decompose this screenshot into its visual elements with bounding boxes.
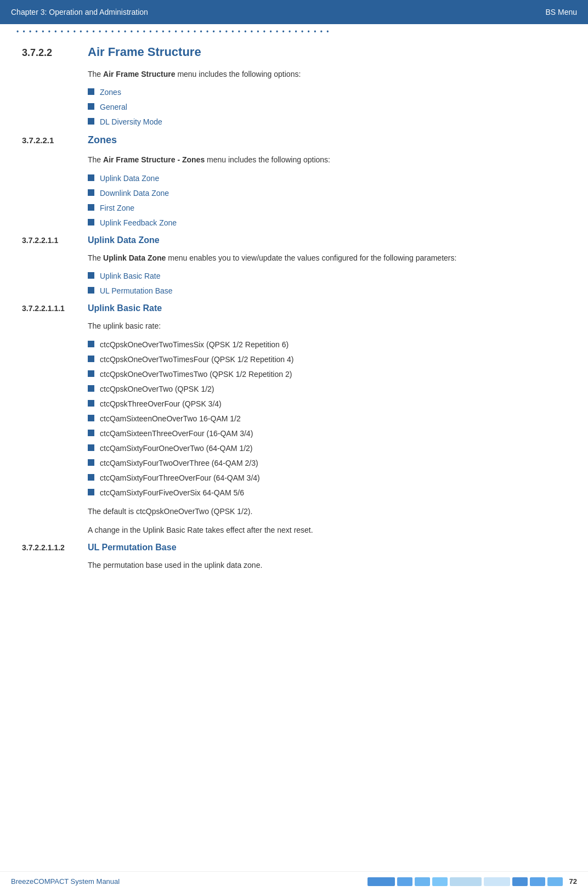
deep-section-3722111-heading: 3.7.2.2.1.1.1 Uplink Basic Rate [22,303,566,313]
bullet-label[interactable]: Uplink Feedback Zone [100,217,177,229]
header-chapter: Chapter 3: Operation and Administration [11,8,148,16]
bullet-icon [88,415,94,421]
list-item: ctcQamSixtyFourTwoOverThree (64-QAM 2/3) [88,458,566,469]
deep-section-3722111-number: 3.7.2.2.1.1.1 [22,304,82,313]
bullet-icon [88,459,94,466]
bullet-icon [88,103,94,110]
bullet-label: ctcQamSixtyFourThreeOverFour (64-QAM 3/4… [100,472,260,484]
bullet-label: ctcQamSixtyFourFiveOverSix 64-QAM 5/6 [100,487,244,499]
deep-section-3722111-intro: The uplink basic rate: [88,320,566,332]
footer-block [530,877,545,886]
subsection-37221-intro-bold: Air Frame Structure - Zones [103,155,205,164]
bullet-label[interactable]: Uplink Data Zone [100,173,159,184]
bullet-label[interactable]: Uplink Basic Rate [100,270,161,282]
list-item: DL Diversity Mode [88,116,566,128]
bullet-icon [88,189,94,196]
subsubsection-372211-heading: 3.7.2.2.1.1 Uplink Data Zone [22,235,566,245]
list-item: Uplink Data Zone [88,173,566,184]
list-item: ctcQamSixtyFourFiveOverSix 64-QAM 5/6 [88,487,566,499]
bullet-icon [88,204,94,211]
list-item: General [88,101,566,113]
header-section: BS Menu [545,8,577,16]
list-item: ctcQpskOneOverTwo (QPSK 1/2) [88,384,566,395]
bullet-icon [88,430,94,436]
list-item: ctcQpskThreeOverFour (QPSK 3/4) [88,398,566,410]
bullet-icon [88,489,94,495]
bullet-icon [88,174,94,181]
section-372-intro: The Air Frame Structure menu includes th… [88,68,566,80]
list-item: First Zone [88,202,566,214]
list-item: ctcQamSixteenThreeOverFour (16-QAM 3/4) [88,428,566,439]
bullet-icon [88,474,94,481]
bullet-icon [88,356,94,362]
list-item: Uplink Feedback Zone [88,217,566,229]
deep-section-3722111-note2: A change in the Uplink Basic Rate takes … [88,524,566,536]
bullet-label: ctcQamSixteenThreeOverFour (16-QAM 3/4) [100,428,253,439]
list-item: ctcQamSixtyFourOneOverTwo (64-QAM 1/2) [88,443,566,454]
footer-blocks [368,877,563,886]
bullet-icon [88,370,94,377]
list-item: ctcQpskOneOverTwoTimesSix (QPSK 1/2 Repe… [88,339,566,351]
deep-section-3722111-bullets: ctcQpskOneOverTwoTimesSix (QPSK 1/2 Repe… [88,339,566,499]
bullet-label: ctcQamSixtyFourOneOverTwo (64-QAM 1/2) [100,443,253,454]
footer-block [512,877,528,886]
footer-block [432,877,448,886]
list-item: ctcQpskOneOverTwoTimesFour (QPSK 1/2 Rep… [88,354,566,365]
dotted-separator: • • • • • • • • • • • • • • • • • • • • … [0,24,588,40]
bullet-icon [88,400,94,407]
footer-block [368,877,395,886]
deep-section-3722112-intro: The permutation base used in the uplink … [88,559,566,571]
bullet-icon [88,272,94,279]
bullet-label: ctcQpskThreeOverFour (QPSK 3/4) [100,398,222,410]
bullet-label[interactable]: Downlink Data Zone [100,188,169,199]
section-372-bullets: Zones General DL Diversity Mode [88,87,566,128]
bullet-label[interactable]: General [100,101,127,113]
bullet-label: ctcQamSixtyFourTwoOverThree (64-QAM 2/3) [100,458,258,469]
bullet-label: ctcQpskOneOverTwoTimesFour (QPSK 1/2 Rep… [100,354,294,365]
section-372-heading: 3.7.2.2 Air Frame Structure [22,45,566,59]
list-item: ctcQamSixteenOneOverTwo 16-QAM 1/2 [88,413,566,425]
footer-page: 72 [569,877,577,886]
bullet-label: ctcQpskOneOverTwo (QPSK 1/2) [100,384,214,395]
deep-section-3722112-title: UL Permutation Base [88,543,177,552]
bullet-icon [88,118,94,125]
bullet-icon [88,341,94,347]
subsection-37221-intro: The Air Frame Structure - Zones menu inc… [88,154,566,166]
footer-block [415,877,430,886]
list-item: Downlink Data Zone [88,188,566,199]
bullet-label[interactable]: UL Permutation Base [100,285,173,297]
deep-section-3722112-heading: 3.7.2.2.1.1.2 UL Permutation Base [22,543,566,552]
subsubsection-372211-intro: The Uplink Data Zone menu enables you to… [88,252,566,264]
deep-section-3722111-note1: The default is ctcQpskOneOverTwo (QPSK 1… [88,505,566,517]
footer-title: BreezeCOMPACT System Manual [11,877,120,886]
bullet-label: ctcQpskOneOverTwoTimesSix (QPSK 1/2 Repe… [100,339,289,351]
header-bar: Chapter 3: Operation and Administration … [0,0,588,24]
bullet-icon [88,385,94,392]
deep-section-3722112-number: 3.7.2.2.1.1.2 [22,543,82,552]
subsection-37221-bullets: Uplink Data Zone Downlink Data Zone Firs… [88,173,566,229]
subsubsection-372211-number: 3.7.2.2.1.1 [22,236,82,245]
subsubsection-372211-intro-bold: Uplink Data Zone [103,253,166,262]
bullet-label[interactable]: Zones [100,87,121,98]
list-item: ctcQamSixtyFourThreeOverFour (64-QAM 3/4… [88,472,566,484]
bullet-icon [88,219,94,225]
bullet-label[interactable]: DL Diversity Mode [100,116,162,128]
bullet-label[interactable]: First Zone [100,202,134,214]
list-item: Zones [88,87,566,98]
section-372-number: 3.7.2.2 [22,47,82,59]
subsubsection-372211-bullets: Uplink Basic Rate UL Permutation Base [88,270,566,297]
bullet-icon [88,88,94,95]
footer-block [397,877,412,886]
footer-right: 72 [368,877,577,886]
footer: BreezeCOMPACT System Manual 72 [0,871,588,891]
section-372-intro-bold: Air Frame Structure [103,70,175,78]
subsection-37221-heading: 3.7.2.2.1 Zones [22,134,566,146]
deep-section-3722111-title: Uplink Basic Rate [88,303,162,313]
main-content: 3.7.2.2 Air Frame Structure The Air Fram… [0,40,588,611]
list-item: UL Permutation Base [88,285,566,297]
footer-block [484,877,510,886]
list-item: Uplink Basic Rate [88,270,566,282]
list-item: ctcQpskOneOverTwoTimesTwo (QPSK 1/2 Repe… [88,369,566,380]
subsection-37221-title: Zones [88,134,117,146]
bullet-label: ctcQpskOneOverTwoTimesTwo (QPSK 1/2 Repe… [100,369,292,380]
